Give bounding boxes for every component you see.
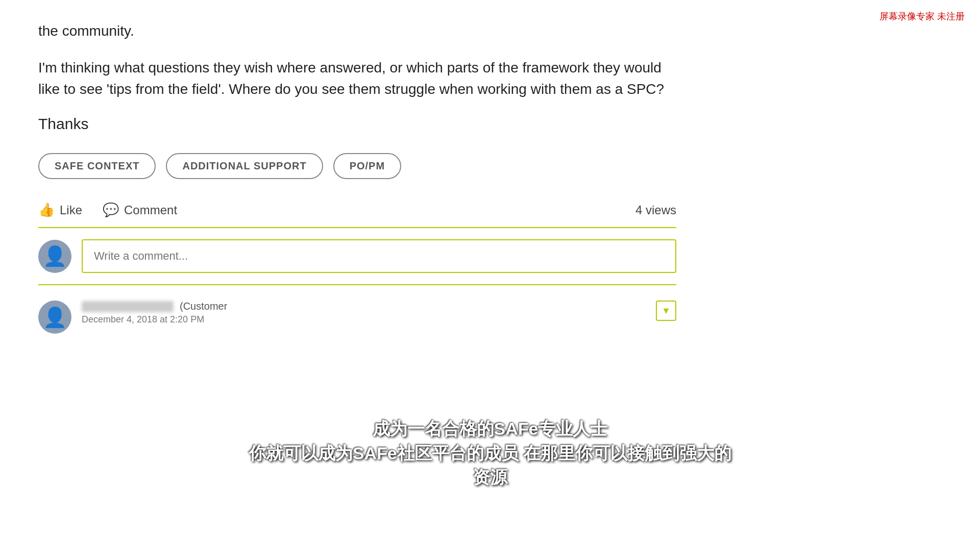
- like-label: Like: [60, 203, 82, 217]
- views-count: 4 views: [635, 203, 676, 217]
- comment-button[interactable]: 💬 Comment: [103, 202, 177, 218]
- comment-section: 👤: [38, 228, 676, 285]
- reply-role: (Customer: [180, 300, 227, 312]
- tag-additional-support[interactable]: ADDITIONAL SUPPORT: [166, 153, 323, 179]
- reply-username-blurred: [82, 301, 174, 312]
- reply-avatar: 👤: [38, 300, 71, 334]
- community-text: the community.: [38, 20, 676, 42]
- comment-icon: 💬: [103, 202, 119, 218]
- comment-label: Comment: [124, 203, 177, 217]
- community-text-span: the community.: [38, 23, 134, 39]
- reply-section: 👤 (Customer December 4, 2018 at 2:20 PM …: [38, 300, 676, 334]
- reply-date: December 4, 2018 at 2:20 PM: [82, 314, 646, 325]
- subtitle-line-1: 成为一名合格的SAFe专业人士: [245, 417, 735, 441]
- collapse-icon: ▼: [662, 306, 671, 316]
- tags-row: SAFE CONTEXT ADDITIONAL SUPPORT PO/PM: [38, 153, 676, 179]
- subtitle-overlay: 成为一名合格的SAFe专业人士 你就可以成为SAFe社区平台的成员 在那里你可以…: [245, 417, 735, 490]
- actions-row: 👍 Like 💬 Comment 4 views: [38, 202, 676, 228]
- watermark-text: 屏幕录像专家 未注册: [879, 10, 965, 22]
- collapse-button[interactable]: ▼: [656, 300, 676, 321]
- like-button[interactable]: 👍 Like: [38, 202, 82, 218]
- comment-input[interactable]: [82, 239, 676, 273]
- post-body: I'm thinking what questions they wish wh…: [38, 57, 676, 100]
- reply-user-line: (Customer: [82, 300, 646, 312]
- thanks-text: Thanks: [38, 115, 676, 133]
- subtitle-line-2: 你就可以成为SAFe社区平台的成员 在那里你可以接触到强大的资源: [245, 441, 735, 490]
- tag-safe-context[interactable]: SAFE CONTEXT: [38, 153, 156, 179]
- tag-po-pm[interactable]: PO/PM: [333, 153, 401, 179]
- reply-content: (Customer December 4, 2018 at 2:20 PM: [82, 300, 646, 325]
- like-icon: 👍: [38, 202, 55, 218]
- reply-avatar-icon: 👤: [43, 306, 67, 329]
- comment-avatar: 👤: [38, 240, 71, 273]
- avatar-icon: 👤: [43, 245, 67, 267]
